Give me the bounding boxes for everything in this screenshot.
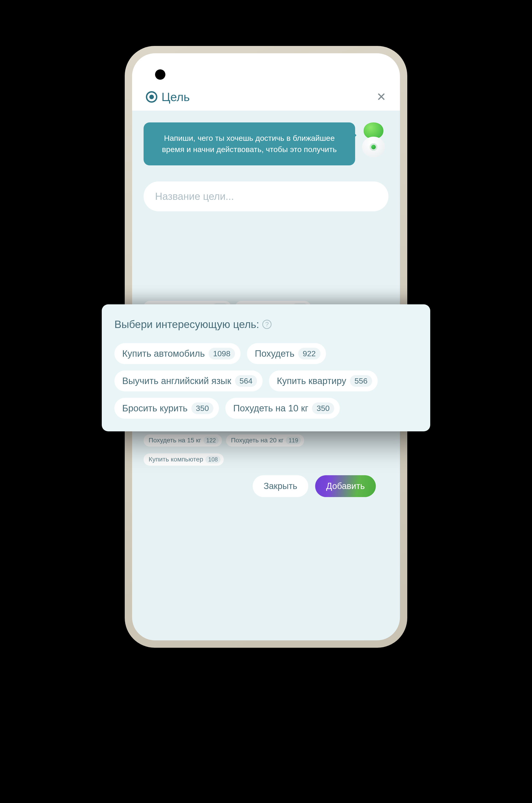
goal-name-input[interactable]: [144, 181, 388, 211]
goal-chip-label: Выучить английский язык: [122, 376, 231, 386]
goal-chip[interactable]: Выучить английский язык564: [114, 370, 263, 391]
tip-text: Напиши, чего ты хочешь достичь в ближайш…: [162, 134, 337, 154]
goal-chip-count: 108: [205, 456, 221, 463]
goal-chip-label: Бросить курить: [122, 403, 188, 414]
goal-chip[interactable]: Купить автомобиль1098: [114, 343, 241, 364]
goal-chip-count: 350: [191, 402, 214, 414]
goal-chip-label: Похудеть: [255, 348, 294, 359]
camera-hole: [155, 69, 165, 80]
goal-chip[interactable]: Бросить курить350: [114, 398, 219, 419]
goal-chip-count: 556: [350, 375, 372, 387]
add-button[interactable]: Добавить: [315, 475, 376, 497]
close-button[interactable]: Закрыть: [253, 475, 308, 497]
choose-goal-popover: Выбери интересующую цель: ? Купить автом…: [102, 304, 430, 432]
goal-chip-label: Похудеть на 20 кг: [231, 437, 284, 444]
status-bar-area: [132, 53, 400, 83]
close-icon[interactable]: ✕: [377, 91, 386, 103]
goal-chip-label: Купить квартиру: [277, 376, 346, 386]
popover-goal-list: Купить автомобиль1098Похудеть922Выучить …: [114, 343, 418, 419]
goal-chip-count: 119: [286, 437, 301, 444]
goal-chip[interactable]: Похудеть на 20 кг119: [226, 434, 304, 446]
tip-bubble: Напиши, чего ты хочешь достичь в ближайш…: [144, 122, 355, 165]
modal-header: Цель ✕: [132, 83, 400, 111]
goal-chip-count: 1098: [209, 348, 235, 360]
bot-avatar: [359, 122, 388, 161]
goal-chip-label: Похудеть на 10 кг: [233, 403, 308, 414]
target-icon: [146, 91, 157, 103]
goal-chip-count: 350: [312, 402, 334, 414]
goal-chip-count: 564: [235, 375, 257, 387]
goal-chip-label: Купить компьютер: [149, 456, 203, 463]
goal-chip[interactable]: Похудеть922: [247, 343, 326, 364]
goal-chip-count: 922: [298, 348, 320, 360]
goal-chip[interactable]: Купить квартиру556: [269, 370, 378, 391]
popover-title: Выбери интересующую цель:: [114, 318, 259, 330]
goal-chip[interactable]: Похудеть на 15 кг122: [144, 434, 222, 446]
goal-chip-label: Купить автомобиль: [122, 348, 205, 359]
modal-title: Цель: [162, 90, 190, 104]
goal-chip[interactable]: Похудеть на 10 кг350: [225, 398, 340, 419]
goal-chip-label: Похудеть на 15 кг: [149, 437, 201, 444]
help-icon[interactable]: ?: [262, 320, 271, 329]
goal-chip-count: 122: [204, 437, 219, 444]
goal-chip[interactable]: Купить компьютер108: [144, 454, 224, 465]
